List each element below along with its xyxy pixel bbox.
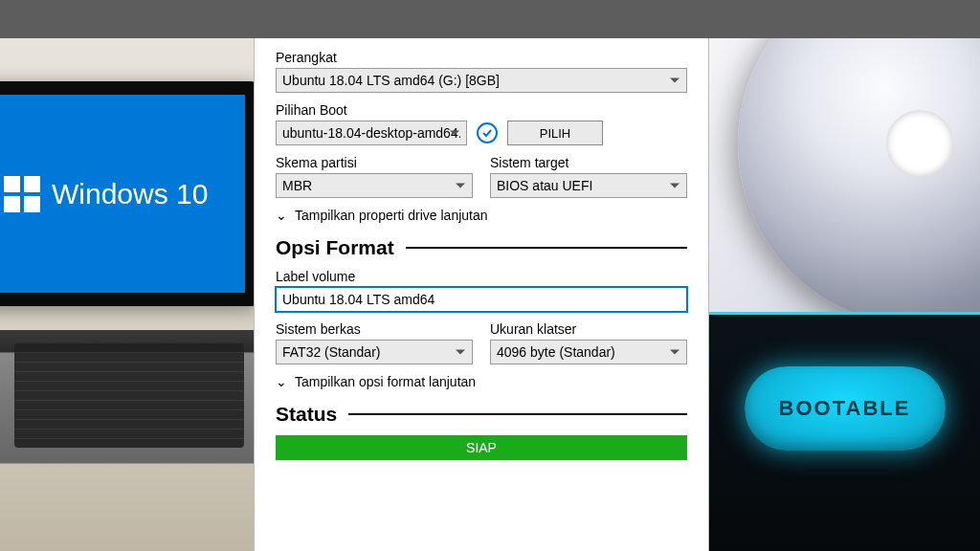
partition-scheme-label: Skema partisi: [276, 155, 473, 170]
right-panel-disc: BOOTABLE: [709, 38, 980, 551]
windows-logo-icon: [4, 176, 40, 212]
volume-label-label: Label volume: [276, 269, 687, 284]
bootable-badge: BOOTABLE: [745, 366, 946, 451]
check-circle-icon: [477, 122, 498, 143]
filesystem-label: Sistem berkas: [276, 321, 473, 337]
divider: [406, 247, 687, 249]
page-top-bar: [0, 0, 980, 38]
bootable-text: BOOTABLE: [779, 396, 911, 421]
laptop-screen: Windows 10: [0, 81, 254, 306]
expand-format-text: Tampilkan opsi format lanjutan: [295, 374, 476, 389]
format-options-heading: Opsi Format: [276, 236, 394, 259]
cluster-size-select[interactable]: 4096 byte (Standar): [490, 340, 687, 364]
device-select[interactable]: Ubuntu 18.04 LTS amd64 (G:) [8GB]: [276, 68, 687, 93]
expand-drive-properties[interactable]: ⌄ Tampilkan properti drive lanjutan: [276, 208, 687, 223]
cd-disc-icon: [738, 38, 980, 325]
rufus-dialog: Perangkat Ubuntu 18.04 LTS amd64 (G:) [8…: [254, 38, 709, 551]
cluster-size-label: Ukuran klatser: [490, 321, 687, 337]
expand-format-options[interactable]: ⌄ Tampilkan opsi format lanjutan: [276, 374, 687, 389]
target-system-select[interactable]: BIOS atau UEFI: [490, 173, 687, 198]
windows-text: Windows 10: [52, 178, 208, 210]
status-bar: SIAP: [276, 435, 687, 460]
status-heading: Status: [276, 403, 337, 426]
boot-selection-select[interactable]: ubuntu-18.04-desktop-amd64.iso: [276, 121, 467, 145]
chevron-down-icon: ⌄: [276, 208, 287, 223]
volume-label-input[interactable]: [276, 287, 687, 312]
main-content: Windows 10 Perangkat Ubuntu 18.04 LTS am…: [0, 38, 980, 551]
partition-scheme-select[interactable]: MBR: [276, 173, 473, 198]
divider: [348, 413, 687, 415]
chevron-down-icon: ⌄: [276, 374, 287, 389]
expand-drive-text: Tampilkan properti drive lanjutan: [295, 208, 488, 223]
status-value: SIAP: [466, 440, 497, 455]
filesystem-select[interactable]: FAT32 (Standar): [276, 340, 473, 364]
boot-selection-label: Pilihan Boot: [276, 102, 687, 118]
target-system-label: Sistem target: [490, 155, 687, 170]
device-label: Perangkat: [276, 50, 687, 65]
laptop-keyboard: [14, 342, 244, 448]
left-panel-laptop: Windows 10: [0, 38, 254, 551]
select-iso-button[interactable]: PILIH: [507, 121, 603, 145]
